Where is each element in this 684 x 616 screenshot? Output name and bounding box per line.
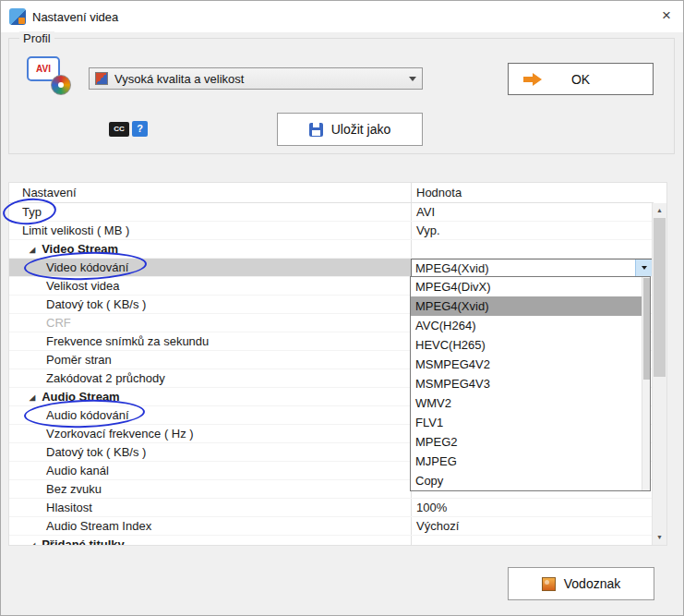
disc-icon — [51, 75, 71, 95]
setting-label: Audio Stream Index — [46, 519, 151, 533]
dropdown-item[interactable]: MPEG4(Xvid) — [411, 296, 650, 316]
setting-label: Bez zvuku — [46, 482, 102, 496]
setting-value-cell[interactable]: 100% — [411, 499, 654, 516]
dropdown-item[interactable]: MJPEG — [411, 452, 650, 471]
grid-scrollbar[interactable]: ▲ ▼ — [652, 203, 666, 545]
setting-name-cell[interactable]: Datový tok ( KB/s ) — [9, 443, 411, 461]
scroll-down-icon[interactable]: ▼ — [653, 530, 666, 545]
video-codec-dropdown-list: MPEG4(DivX)MPEG4(Xvid)AVC(H264)HEVC(H265… — [410, 276, 651, 491]
profile-preset-combobox[interactable]: Vysoká kvalita a velikost — [89, 67, 423, 90]
setting-value-cell[interactable] — [411, 536, 654, 546]
setting-label: Poměr stran — [46, 353, 112, 367]
setting-label: Audio kanál — [46, 464, 109, 477]
dropdown-item[interactable]: Copy — [411, 471, 650, 490]
setting-row[interactable]: Hlasitost100% — [9, 499, 654, 517]
setting-name-cell[interactable]: Hlasitost — [9, 499, 411, 516]
setting-label: Frekvence snímků za sekundu — [46, 334, 209, 348]
group-row[interactable]: ◢Přidané titulky — [9, 536, 654, 546]
subtitle-icon[interactable]: CC — [109, 122, 129, 137]
setting-label: Zakódovat 2 průchody — [46, 371, 165, 385]
setting-name-cell[interactable]: Audio Stream Index — [9, 517, 411, 535]
dropdown-item[interactable]: FLV1 — [411, 413, 650, 432]
chevron-down-icon — [642, 266, 647, 270]
setting-label: Video Stream — [42, 242, 118, 256]
setting-name-cell[interactable]: ◢Přidané titulky — [9, 536, 411, 546]
scroll-up-icon[interactable]: ▲ — [653, 203, 666, 218]
setting-name-cell[interactable]: Poměr stran — [9, 351, 411, 368]
setting-name-cell[interactable]: Bez zvuku — [9, 480, 411, 498]
setting-row[interactable]: Video kódováníMPEG4(Xvid) — [9, 259, 654, 277]
column-header-value: Hodnota — [416, 186, 462, 199]
setting-name-cell[interactable]: Audio kanál — [9, 462, 411, 479]
grid-header: Nastavení Hodnota — [9, 183, 654, 203]
expander-icon[interactable]: ◢ — [30, 537, 35, 546]
setting-value-cell[interactable]: Výchozí — [411, 517, 654, 535]
app-icon — [9, 8, 26, 25]
dropdown-items: MPEG4(DivX)MPEG4(Xvid)AVC(H264)HEVC(H265… — [411, 277, 650, 490]
setting-name-cell[interactable]: CRF — [9, 314, 411, 332]
setting-row[interactable]: TypAVI — [9, 203, 654, 222]
profile-group-label: Profil — [19, 31, 54, 45]
setting-name-cell[interactable]: Vzorkovací frekvence ( Hz ) — [9, 425, 411, 442]
dropdown-item[interactable]: WMV2 — [411, 393, 650, 413]
setting-name-cell[interactable]: Video kódování — [9, 259, 411, 276]
combobox-value: MPEG4(Xvid) — [412, 260, 635, 277]
watermark-button-label: Vodoznak — [564, 576, 621, 591]
setting-value-cell[interactable] — [411, 240, 654, 258]
setting-label: Audio Stream — [42, 390, 120, 404]
setting-name-cell[interactable]: Limit velikosti ( MB ) — [9, 222, 411, 239]
save-as-button-label: Uložit jako — [331, 122, 391, 137]
video-codec-combobox[interactable]: MPEG4(Xvid) — [411, 259, 654, 276]
orange-arrow-icon — [523, 73, 542, 86]
setting-label: Velikost videa — [46, 279, 120, 293]
setting-label: CRF — [46, 316, 71, 330]
titlebar: Nastavení videa × — [1, 1, 683, 32]
setting-label: Datový tok ( KB/s ) — [46, 445, 146, 459]
setting-name-cell[interactable]: Audio kódování — [9, 406, 411, 424]
setting-label: Audio kódování — [46, 408, 129, 422]
setting-label: Přidané titulky — [42, 537, 125, 546]
column-header-setting: Nastavení — [22, 186, 77, 199]
expander-icon[interactable]: ◢ — [30, 241, 35, 258]
watermark-button[interactable]: Vodoznak — [508, 567, 654, 600]
setting-value-cell[interactable]: AVI — [411, 203, 654, 221]
setting-name-cell[interactable]: ◢Video Stream — [9, 240, 411, 258]
dropdown-item[interactable]: MPEG2 — [411, 432, 650, 452]
setting-name-cell[interactable]: Zakódovat 2 průchody — [9, 369, 411, 387]
setting-value-cell[interactable]: MPEG4(Xvid) — [411, 259, 654, 276]
setting-row[interactable]: Audio Stream IndexVýchozí — [9, 517, 654, 536]
dropdown-item[interactable]: HEVC(H265) — [411, 335, 650, 355]
ok-button[interactable]: OK — [508, 63, 654, 95]
setting-label: Limit velikosti ( MB ) — [22, 223, 129, 237]
dropdown-scrollbar-thumb[interactable] — [643, 278, 650, 380]
close-button[interactable]: × — [662, 7, 671, 24]
ok-button-label: OK — [571, 72, 590, 87]
combobox-dropdown-button[interactable] — [635, 260, 653, 276]
scrollbar-thumb[interactable] — [654, 218, 666, 377]
dropdown-item[interactable]: MPEG4(DivX) — [411, 277, 650, 296]
setting-label: Video kódování — [46, 260, 128, 274]
preset-icon — [95, 72, 108, 85]
setting-label: Typ — [22, 205, 42, 219]
setting-name-cell[interactable]: Typ — [9, 203, 411, 221]
dropdown-item[interactable]: AVC(H264) — [411, 316, 650, 335]
setting-name-cell[interactable]: ◢Audio Stream — [9, 388, 411, 405]
group-row[interactable]: ◢Video Stream — [9, 240, 654, 259]
setting-name-cell[interactable]: Velikost videa — [9, 277, 411, 295]
video-settings-dialog: Nastavení videa × Profil AVI Vysoká kval… — [0, 0, 684, 616]
save-as-button[interactable]: Uložit jako — [277, 113, 423, 146]
dropdown-item[interactable]: MSMPEG4V3 — [411, 374, 650, 393]
setting-row[interactable]: Limit velikosti ( MB )Vyp. — [9, 222, 654, 240]
setting-name-cell[interactable]: Frekvence snímků za sekundu — [9, 332, 411, 350]
expander-icon[interactable]: ◢ — [30, 389, 35, 405]
setting-value-cell[interactable]: Vyp. — [411, 222, 654, 239]
setting-label: Hlasitost — [46, 501, 92, 514]
chevron-down-icon — [409, 77, 416, 81]
watermark-icon — [542, 577, 556, 591]
dropdown-item[interactable]: MSMPEG4V2 — [411, 355, 650, 374]
dropdown-scrollbar[interactable] — [642, 277, 650, 490]
setting-name-cell[interactable]: Datový tok ( KB/s ) — [9, 296, 411, 313]
help-icon[interactable]: ? — [132, 121, 148, 137]
avi-format-icon: AVI — [27, 56, 71, 95]
save-icon — [309, 123, 323, 137]
